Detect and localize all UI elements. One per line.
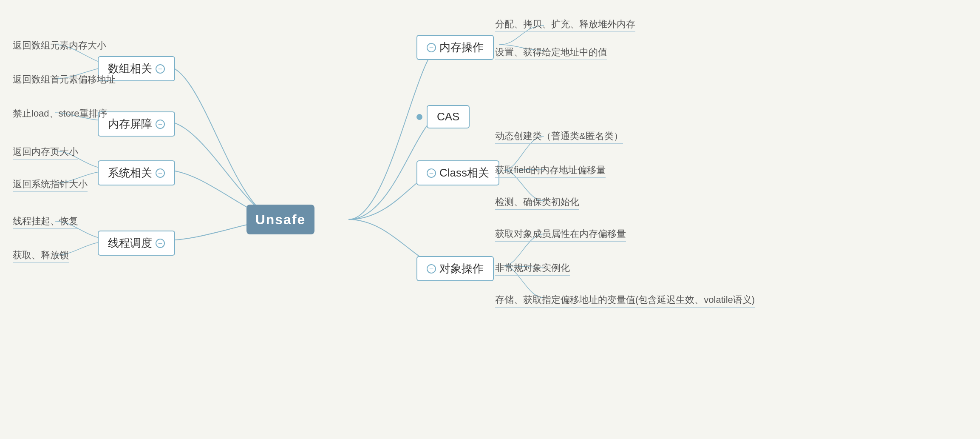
node-memory-barrier: 内存屏障 − bbox=[98, 111, 175, 137]
memory-barrier-label: 内存屏障 bbox=[108, 117, 152, 131]
leaf-system-1: 返回内存页大小 bbox=[13, 145, 78, 160]
leaf-memop-1: 分配、拷贝、扩充、释放堆外内存 bbox=[495, 18, 635, 32]
leaf-thread-1: 线程挂起、恢复 bbox=[13, 215, 78, 229]
leaf-memop-2: 设置、获得给定地址中的值 bbox=[495, 46, 607, 60]
thread-label: 线程调度 bbox=[108, 236, 152, 251]
system-label: 系统相关 bbox=[108, 165, 152, 180]
leaf-barrier-1: 禁止load、store重排序 bbox=[13, 107, 108, 121]
memory-barrier-minus[interactable]: − bbox=[156, 120, 165, 129]
memory-op-minus[interactable]: − bbox=[427, 43, 436, 52]
array-minus[interactable]: − bbox=[156, 64, 165, 74]
leaf-array-2: 返回数组首元素偏移地址 bbox=[13, 73, 116, 87]
thread-minus[interactable]: − bbox=[156, 239, 165, 248]
mind-map: Unsafe 数组相关 − 返回数组元素内存大小 返回数组首元素偏移地址 内存屏… bbox=[0, 0, 980, 439]
cas-label: CAS bbox=[437, 110, 459, 123]
leaf-system-2: 返回系统指针大小 bbox=[13, 178, 88, 192]
node-cas: CAS bbox=[416, 105, 470, 128]
node-system: 系统相关 − bbox=[98, 160, 175, 185]
center-label: Unsafe bbox=[255, 212, 306, 228]
class-label: Class相关 bbox=[439, 165, 489, 180]
leaf-objop-1: 获取对象成员属性在内存偏移量 bbox=[495, 228, 626, 242]
leaf-thread-2: 获取、释放锁 bbox=[13, 249, 69, 263]
class-minus[interactable]: − bbox=[427, 168, 436, 178]
leaf-class-3: 检测、确保类初始化 bbox=[495, 196, 579, 210]
cas-dot bbox=[416, 114, 422, 120]
leaf-objop-2: 非常规对象实例化 bbox=[495, 262, 570, 276]
node-thread: 线程调度 − bbox=[98, 231, 175, 256]
object-op-minus[interactable]: − bbox=[427, 264, 436, 274]
memory-op-label: 内存操作 bbox=[439, 40, 484, 55]
leaf-class-1: 动态创建类（普通类&匿名类） bbox=[495, 130, 623, 144]
center-node: Unsafe bbox=[246, 205, 314, 234]
node-memory-op: − 内存操作 bbox=[416, 35, 494, 60]
object-op-label: 对象操作 bbox=[439, 261, 484, 276]
leaf-objop-3: 存储、获取指定偏移地址的变量值(包含延迟生效、volatile语义) bbox=[495, 294, 755, 308]
node-object-op: − 对象操作 bbox=[416, 256, 494, 281]
system-minus[interactable]: − bbox=[156, 168, 165, 178]
node-class: − Class相关 bbox=[416, 160, 499, 185]
leaf-array-1: 返回数组元素内存大小 bbox=[13, 39, 106, 53]
leaf-class-2: 获取field的内存地址偏移量 bbox=[495, 164, 606, 178]
